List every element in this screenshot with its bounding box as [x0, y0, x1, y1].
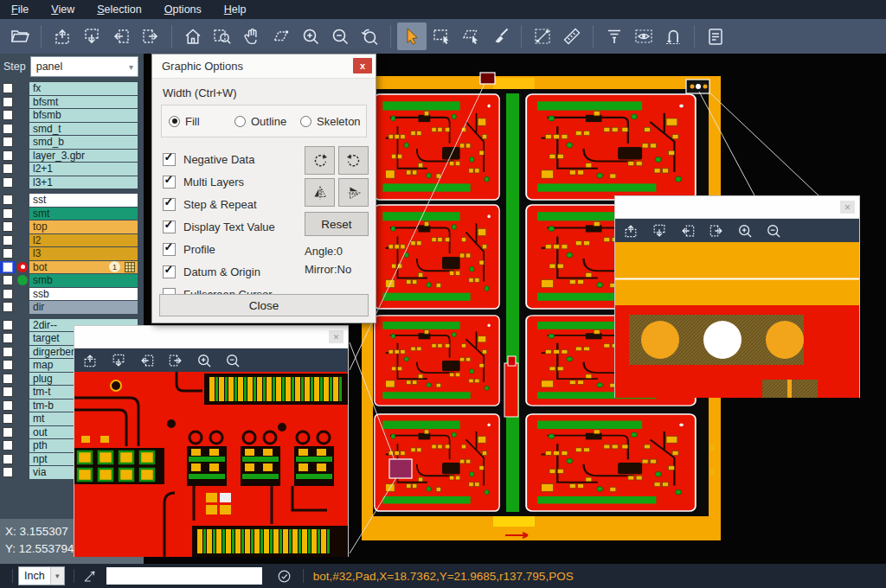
dialog-titlebar[interactable]: Graphic Options x	[152, 54, 376, 79]
layer-visibility-checkbox[interactable]	[0, 136, 16, 149]
zoom-in-icon[interactable]	[736, 222, 754, 240]
layer-visibility-checkbox[interactable]	[0, 466, 16, 479]
layers-panel-button[interactable]	[701, 22, 730, 50]
layer-visibility-checkbox[interactable]	[0, 247, 16, 260]
rotate-ccw-button[interactable]	[338, 146, 369, 175]
filter-button[interactable]	[600, 22, 629, 50]
width-mode-fill[interactable]: Fill	[169, 115, 234, 128]
layer-row-layer_3.gbr[interactable]: layer_3.gbr	[0, 150, 144, 163]
zoom-dynamic-button[interactable]	[266, 22, 296, 50]
width-mode-skeleton[interactable]: Skeleton	[300, 115, 366, 128]
layer-visibility-checkbox[interactable]	[0, 346, 16, 359]
layer-row-bfsmt[interactable]: bfsmt	[0, 96, 144, 109]
layer-visibility-checkbox[interactable]	[0, 412, 16, 425]
select-polygon-button[interactable]	[456, 22, 485, 50]
open-file-button[interactable]	[5, 22, 35, 50]
object-view-button[interactable]	[629, 22, 658, 50]
layer-visibility-checkbox[interactable]	[0, 176, 16, 189]
zoom-window-1[interactable]: ✕	[74, 325, 349, 557]
layer-row-l3[interactable]: l3	[0, 247, 144, 260]
layer-visibility-checkbox[interactable]	[0, 386, 16, 399]
pan-right-button[interactable]	[136, 22, 165, 50]
menu-file[interactable]: File	[0, 0, 40, 19]
menu-options[interactable]: Options	[153, 0, 213, 19]
option-datum-origin[interactable]: Datum & Origin	[163, 260, 301, 283]
layer-row-top[interactable]: top	[0, 220, 144, 233]
layer-label[interactable]: l3+1	[29, 176, 138, 189]
layer-row-smb[interactable]: smb	[0, 274, 144, 287]
layer-row-bfsmb[interactable]: bfsmb	[0, 109, 144, 122]
pan-up-icon[interactable]	[81, 352, 99, 369]
pan-left-button[interactable]	[106, 22, 136, 50]
layer-row-ssb[interactable]: ssb	[0, 288, 144, 301]
layer-visibility-checkbox[interactable]	[0, 332, 16, 345]
layer-visibility-checkbox[interactable]	[0, 301, 16, 314]
layer-label[interactable]: smt	[29, 208, 138, 220]
layer-visibility-checkbox[interactable]	[0, 373, 16, 386]
zoom-out-button[interactable]	[325, 22, 355, 50]
zoom-window-2[interactable]: ✕	[614, 195, 860, 398]
step-select[interactable]: panel ▾	[30, 56, 138, 77]
layer-visibility-checkbox[interactable]	[0, 274, 16, 287]
layer-visibility-checkbox[interactable]	[0, 288, 16, 301]
layer-row-smd_t[interactable]: smd_t	[0, 123, 144, 136]
unit-select[interactable]: Inch ▾	[18, 566, 65, 585]
pan-up-button[interactable]	[48, 22, 77, 50]
layer-visibility-checkbox[interactable]	[0, 163, 16, 176]
layer-label[interactable]: l2	[29, 234, 138, 247]
menu-view[interactable]: View	[40, 0, 86, 19]
layer-label[interactable]: ssb	[29, 288, 138, 301]
width-mode-outline[interactable]: Outline	[234, 115, 300, 128]
menu-help[interactable]: Help	[213, 0, 258, 19]
layer-label[interactable]: smd_b	[29, 136, 138, 149]
menu-selection[interactable]: Selection	[86, 0, 152, 19]
snap-mode-button[interactable]	[658, 22, 688, 50]
layer-label[interactable]: dir	[29, 301, 138, 314]
zoom-in-icon[interactable]	[196, 352, 213, 369]
rotate-cw-button[interactable]	[305, 146, 335, 175]
refresh-check-icon[interactable]	[276, 568, 292, 585]
layer-visibility-checkbox[interactable]	[0, 82, 16, 95]
layer-label[interactable]: fx	[29, 82, 138, 95]
layer-row-dir[interactable]: dir	[0, 301, 144, 314]
layer-row-fx[interactable]: fx	[0, 82, 144, 95]
pan-left-icon[interactable]	[138, 352, 156, 369]
zoom-window-2-titlebar[interactable]: ✕	[615, 196, 859, 219]
zoom-window-1-titlebar[interactable]: ✕	[74, 326, 348, 348]
layer-label[interactable]: top	[29, 220, 138, 233]
close-icon[interactable]: ✕	[329, 330, 343, 343]
layer-row-l2+1[interactable]: l2+1	[0, 163, 144, 176]
zoom-window-2-content[interactable]	[615, 242, 859, 398]
layer-label[interactable]: bot1	[29, 261, 138, 274]
layer-visibility-checkbox[interactable]	[0, 319, 16, 332]
pan-up-icon[interactable]	[622, 222, 639, 240]
layer-row-sst[interactable]: sst	[0, 194, 144, 207]
option-profile[interactable]: Profile	[163, 238, 301, 260]
layer-visibility-checkbox[interactable]	[0, 234, 16, 247]
mirror-vertical-button[interactable]	[338, 178, 369, 207]
close-icon[interactable]: ✕	[840, 201, 855, 214]
layer-visibility-checkbox[interactable]	[0, 96, 16, 109]
layer-visibility-checkbox[interactable]	[0, 426, 16, 439]
select-cursor-button[interactable]	[397, 22, 427, 50]
option-step-repeat[interactable]: Step & Repeat	[163, 193, 301, 215]
angle-tool-icon[interactable]	[81, 568, 98, 585]
layer-label[interactable]: layer_3.gbr	[29, 150, 138, 163]
highlight-brush-button[interactable]	[485, 22, 515, 50]
zoom-window-button[interactable]	[208, 22, 237, 50]
measure-ruler-button[interactable]	[557, 22, 587, 50]
pan-down-icon[interactable]	[110, 352, 127, 369]
layer-label[interactable]: bfsmb	[29, 109, 138, 122]
layer-visibility-checkbox[interactable]	[0, 150, 16, 163]
layer-visibility-checkbox[interactable]	[0, 453, 16, 466]
layer-visibility-checkbox[interactable]	[0, 359, 16, 372]
option-multi-layers[interactable]: Multi Layers	[163, 170, 301, 193]
layer-visibility-checkbox[interactable]	[0, 261, 16, 274]
layer-row-l2[interactable]: l2	[0, 234, 144, 247]
layer-visibility-checkbox[interactable]	[0, 439, 16, 452]
zoom-previous-button[interactable]	[355, 22, 384, 50]
pan-down-icon[interactable]	[651, 222, 668, 240]
layer-visibility-checkbox[interactable]	[0, 109, 16, 122]
pan-right-icon[interactable]	[708, 222, 725, 240]
layer-label[interactable]: l3	[29, 247, 138, 260]
